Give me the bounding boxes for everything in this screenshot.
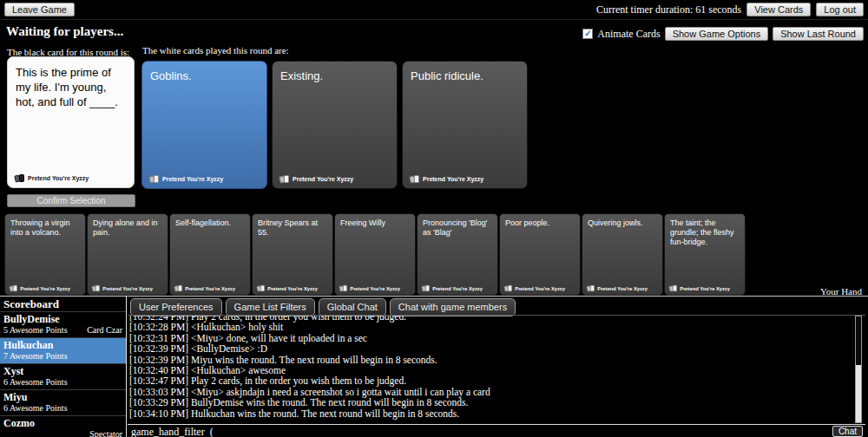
chat-message: [10:33:03 PM] <Miyu> askjndajn i need a …: [129, 387, 853, 397]
cards-logo-icon: [422, 284, 431, 292]
card-watermark: Pretend You're Xyzzy: [587, 284, 648, 292]
card-watermark: Pretend You're Xyzzy: [669, 284, 730, 292]
card-watermark: Pretend You're Xyzzy: [10, 284, 70, 292]
hand-card[interactable]: Self-flagellation. Pretend You're Xyzzy: [169, 213, 251, 296]
watermark-text: Pretend You're Xyzzy: [162, 176, 223, 183]
hand-card[interactable]: Dying alone and in pain. Pretend You're …: [87, 213, 168, 296]
top-bar-right: Current timer duration: 61 seconds View …: [596, 3, 864, 16]
player-name: Xyst: [3, 365, 122, 377]
hand-card[interactable]: Pronouncing 'Blog' as 'Blag' Pretend You…: [417, 213, 498, 296]
watermark-text: Pretend You're Xyzzy: [423, 176, 483, 183]
tab-user-preferences[interactable]: User Preferences: [130, 298, 222, 316]
cards-logo-icon: [279, 174, 290, 184]
played-card-text: Goblins.: [150, 68, 259, 83]
chat-input[interactable]: game_hand_filter (: [128, 426, 829, 437]
watermark-text: Pretend You're Xyzzy: [597, 285, 648, 291]
chat-message: [10:32:39 PM] <BullyDemise> :D: [129, 343, 853, 354]
leave-game-button[interactable]: Leave Game: [4, 3, 75, 16]
card-watermark: Pretend You're Xyzzy: [92, 284, 153, 292]
scoreboard-row: Xyst 6 Awesome Points: [0, 363, 126, 389]
chat-message: [10:32:31 PM] <Miyu> done, will have it …: [129, 333, 853, 343]
played-card-text: Public ridicule.: [411, 68, 519, 83]
player-name: Cozmo: [3, 417, 122, 429]
tab-global-chat[interactable]: Global Chat: [319, 298, 386, 316]
card-watermark: Pretend You're Xyzzy: [149, 174, 223, 184]
cards-logo-icon: [149, 174, 160, 184]
player-name: Hulkuchan: [3, 339, 122, 351]
watermark-text: Pretend You're Xyzzy: [293, 176, 353, 183]
scoreboard: Scoreboard BullyDemise 5 Awesome PointsC…: [0, 297, 127, 437]
hand-card[interactable]: Freeing Willy Pretend You're Xyzzy: [334, 213, 416, 296]
cards-logo-icon: [339, 284, 348, 292]
card-watermark: Pretend You're Xyzzy: [15, 173, 89, 183]
hand-card[interactable]: Poor people. Pretend You're Xyzzy: [499, 213, 581, 296]
hand-card[interactable]: Throwing a virgin into a volcano. Preten…: [4, 213, 86, 296]
player-name: Miyu: [3, 391, 122, 403]
chat-message: [10:33:29 PM] BullyDemise wins the round…: [129, 397, 853, 408]
hand-card-text: Throwing a virgin into a volcano.: [10, 218, 80, 238]
hand-card-row: Throwing a virgin into a volcano. Preten…: [4, 213, 746, 296]
tab-game-list-filters[interactable]: Game List Filters: [226, 298, 315, 316]
played-card-text: Existing.: [280, 68, 389, 83]
hand-card-text: Freeing Willy: [340, 218, 410, 228]
cards-logo-icon: [410, 174, 420, 184]
watermark-text: Pretend You're Xyzzy: [102, 285, 153, 291]
bottom-panel: Scoreboard BullyDemise 5 Awesome PointsC…: [0, 296, 868, 437]
cards-logo-icon: [92, 284, 101, 292]
chat-message: [10:32:47 PM] Play 2 cards, in the order…: [129, 375, 853, 386]
show-last-round-button[interactable]: Show Last Round: [773, 27, 864, 41]
cards-logo-icon: [669, 284, 678, 292]
played-card[interactable]: Goblins. Pretend You're Xyzzy: [141, 61, 267, 189]
watermark-text: Pretend You're Xyzzy: [20, 285, 70, 291]
game-status-text: Waiting for players...: [6, 24, 123, 39]
hand-card[interactable]: Britney Spears at 55. Pretend You're Xyz…: [252, 213, 333, 296]
player-role: Card Czar: [87, 325, 122, 335]
player-points: 7 Awesome Points: [3, 351, 68, 361]
chat-panel: User Preferences Game List Filters Globa…: [128, 297, 865, 437]
check-icon: ✓: [584, 29, 591, 38]
watermark-text: Pretend You're Xyzzy: [680, 285, 730, 291]
played-card[interactable]: Public ridicule. Pretend You're Xyzzy: [402, 61, 528, 189]
card-watermark: Pretend You're Xyzzy: [257, 284, 318, 292]
hand-card-text: Britney Spears at 55.: [258, 218, 327, 238]
watermark-text: Pretend You're Xyzzy: [185, 285, 235, 291]
chat-message: [10:32:24 PM] Play 2 cards, in the order…: [129, 316, 853, 322]
chat-scrollbar-thumb[interactable]: [856, 365, 861, 422]
chat-send-button[interactable]: Chat: [832, 426, 863, 437]
played-card[interactable]: Existing. Pretend You're Xyzzy: [272, 61, 398, 189]
black-card: This is the prime of my life. I'm young,…: [7, 56, 135, 188]
chat-scrollbar[interactable]: [855, 316, 862, 423]
chat-message: [10:32:40 PM] <Hulkuchan> awesome: [129, 365, 853, 375]
cards-logo-icon: [174, 284, 183, 292]
hand-card-text: Quivering jowls.: [588, 218, 657, 228]
timer-text: Current timer duration: 61 seconds: [596, 3, 741, 16]
chat-log: [10:32:24 PM] Play 2 cards, in the order…: [129, 316, 853, 423]
confirm-selection-button[interactable]: Confirm Selection: [7, 194, 135, 207]
watermark-text: Pretend You're Xyzzy: [350, 285, 400, 291]
logout-button[interactable]: Log out: [816, 3, 864, 16]
scoreboard-title: Scoreboard: [0, 297, 126, 311]
hand-card-text: Poor people.: [505, 218, 575, 228]
cards-logo-icon: [504, 284, 513, 292]
cards-logo-icon: [10, 284, 18, 292]
view-cards-button[interactable]: View Cards: [746, 3, 811, 16]
card-watermark: Pretend You're Xyzzy: [410, 174, 483, 184]
hand-card[interactable]: The taint; the grundle; the fleshy fun-b…: [664, 213, 746, 296]
tab-game-chat[interactable]: Chat with game members: [390, 298, 516, 316]
cards-logo-icon: [257, 284, 266, 292]
animate-cards-checkbox[interactable]: ✓: [582, 29, 593, 39]
card-watermark: Pretend You're Xyzzy: [339, 284, 400, 292]
chat-message: [10:34:10 PM] Hulkuchan wins the round. …: [129, 408, 853, 419]
hand-card-text: Pronouncing 'Blog' as 'Blag': [423, 218, 492, 238]
scoreboard-row: Miyu 6 Awesome Points: [0, 389, 126, 415]
cards-logo-icon: [15, 173, 25, 183]
card-watermark: Pretend You're Xyzzy: [504, 284, 565, 292]
show-game-options-button[interactable]: Show Game Options: [665, 27, 769, 41]
watermark-text: Pretend You're Xyzzy: [515, 285, 565, 291]
hand-card[interactable]: Quivering jowls. Pretend You're Xyzzy: [582, 213, 663, 296]
watermark-text: Pretend You're Xyzzy: [267, 285, 318, 291]
chat-message: [10:32:39 PM] Miyu wins the round. The n…: [129, 355, 853, 365]
scoreboard-row: BullyDemise 5 Awesome PointsCard Czar: [0, 311, 126, 337]
cards-logo-icon: [587, 284, 595, 292]
hand-card-text: Self-flagellation.: [175, 218, 245, 228]
